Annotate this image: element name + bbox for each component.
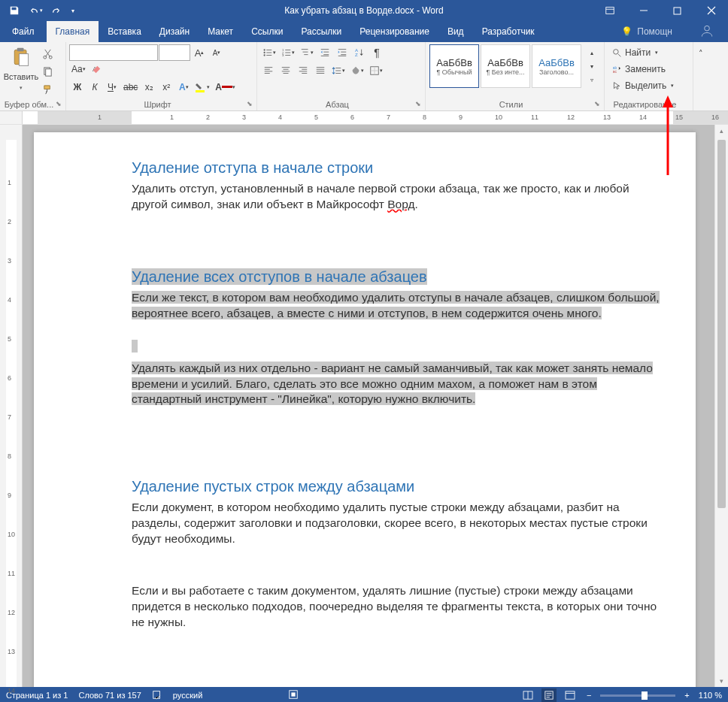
styles-scroll-up[interactable]: ▴ [584, 47, 600, 59]
increase-indent-button[interactable] [334, 44, 350, 61]
tab-review[interactable]: Рецензирование [350, 21, 438, 42]
style-heading1[interactable]: АаБбВв Заголово... [532, 44, 581, 88]
show-marks-button[interactable]: ¶ [369, 44, 385, 61]
sort-button[interactable]: AZ [351, 44, 368, 61]
italic-button[interactable]: К [86, 79, 103, 95]
tab-layout[interactable]: Макет [199, 21, 242, 42]
document-page[interactable]: Удаление отступа в начале строки Удалить… [34, 132, 696, 687]
svg-point-14 [263, 54, 265, 56]
paragraph-2: Если же текст, в котором вам необходимо … [132, 290, 666, 322]
status-page[interactable]: Страница 1 из 1 [6, 691, 68, 700]
redo-button[interactable] [47, 2, 66, 20]
status-proofing-icon[interactable] [152, 689, 162, 701]
tell-me[interactable]: Помощн [637, 26, 672, 37]
vertical-ruler[interactable]: 1234567891011121314 [0, 125, 23, 687]
tab-insert[interactable]: Вставка [99, 21, 150, 42]
line-spacing-button[interactable]: ▾ [329, 62, 347, 79]
collapse-ribbon-button[interactable]: ˄ [693, 45, 709, 62]
grow-font-button[interactable]: A▴ [191, 44, 208, 61]
view-read-mode[interactable] [520, 688, 535, 702]
styles-expand[interactable]: ▿ [584, 74, 600, 86]
tab-mailings[interactable]: Рассылки [292, 21, 350, 42]
zoom-out-button[interactable]: − [584, 691, 594, 700]
font-color-button[interactable]: A▾ [213, 79, 238, 95]
bold-button[interactable]: Ж [69, 79, 86, 95]
underline-button[interactable]: Ч ▾ [104, 79, 120, 95]
horizontal-ruler[interactable]: 112345678910111213141516 [23, 111, 728, 124]
shrink-font-button[interactable]: A▾ [208, 44, 225, 61]
paragraph-3: Удалять каждый из них отдельно - вариант… [132, 361, 666, 408]
scroll-down-arrow[interactable]: ▾ [715, 675, 728, 687]
multilevel-list-button[interactable]: ▾ [298, 44, 316, 61]
tab-developer[interactable]: Разработчик [473, 21, 544, 42]
zoom-in-button[interactable]: + [681, 691, 692, 700]
style-normal[interactable]: АаБбВв ¶ Обычный [429, 44, 479, 88]
svg-rect-0 [605, 8, 614, 14]
minimize-button[interactable] [626, 0, 660, 21]
borders-button[interactable]: ▾ [367, 62, 385, 79]
justify-button[interactable] [312, 62, 329, 79]
svg-text:3: 3 [282, 53, 284, 57]
scroll-thumb[interactable] [717, 140, 726, 508]
tab-file[interactable]: Файл [0, 21, 47, 42]
zoom-slider[interactable] [600, 694, 675, 697]
strike-button[interactable]: abc [121, 79, 140, 95]
clear-formatting-button[interactable]: A [89, 61, 105, 77]
ribbon-options-button[interactable] [593, 0, 626, 21]
align-center-button[interactable] [278, 62, 294, 79]
text-effects-button[interactable]: A▾ [175, 79, 192, 95]
styles-group-label: Стили [426, 100, 604, 109]
align-right-button[interactable] [295, 62, 311, 79]
maximize-button[interactable] [660, 0, 694, 21]
view-web-layout[interactable] [563, 688, 578, 702]
qat-customize[interactable]: ▾ [68, 2, 78, 20]
find-button[interactable]: Найти ▾ [611, 45, 687, 60]
align-left-button[interactable] [260, 62, 277, 79]
format-painter-button[interactable] [39, 81, 56, 98]
zoom-level[interactable]: 110 % [699, 691, 722, 700]
tab-home[interactable]: Главная [47, 21, 99, 42]
font-size-combo[interactable] [159, 44, 190, 61]
paragraph-dialog-launcher[interactable]: ⬊ [414, 99, 423, 108]
font-name-combo[interactable] [69, 44, 158, 61]
paste-button[interactable]: Вставить ▾ [3, 44, 39, 93]
copy-button[interactable] [39, 63, 56, 80]
tab-view[interactable]: Вид [438, 21, 473, 42]
style-no-spacing[interactable]: АаБбВв ¶ Без инте... [481, 44, 530, 88]
undo-button[interactable]: ▾ [26, 2, 45, 20]
shading-button[interactable]: ▾ [348, 62, 366, 79]
scroll-up-arrow[interactable]: ▴ [715, 125, 728, 137]
select-button[interactable]: Выделить ▾ [611, 78, 687, 93]
svg-point-21 [614, 49, 619, 54]
cut-button[interactable] [39, 45, 56, 62]
svg-rect-28 [292, 692, 296, 696]
svg-text:Z: Z [355, 52, 358, 57]
svg-point-12 [263, 49, 265, 50]
save-button[interactable] [5, 2, 24, 20]
clipboard-dialog-launcher[interactable]: ⬊ [54, 99, 63, 108]
highlight-button[interactable]: ▾ [193, 79, 212, 95]
tab-references[interactable]: Ссылки [242, 21, 292, 42]
heading-1: Удаление отступа в начале строки [132, 159, 666, 177]
styles-scroll-down[interactable]: ▾ [584, 60, 600, 72]
numbering-button[interactable]: 123▾ [279, 44, 297, 61]
window-title: Как убрать абзац в Ворде.docx - Word [284, 5, 443, 16]
status-language[interactable]: русский [173, 691, 202, 700]
change-case-button[interactable]: Aa ▾ [69, 61, 88, 77]
svg-text:ab: ab [613, 65, 617, 69]
vertical-scrollbar[interactable]: ▴ ▾ [714, 125, 728, 687]
status-macro-icon[interactable] [288, 689, 299, 701]
replace-button[interactable]: abac Заменить [611, 62, 687, 77]
account-icon[interactable] [699, 23, 714, 41]
view-print-layout[interactable] [541, 688, 557, 702]
tab-design[interactable]: Дизайн [150, 21, 199, 42]
close-button[interactable] [694, 0, 728, 21]
bullets-button[interactable]: ▾ [260, 44, 278, 61]
paragraph-4: Если документ, в котором необходимо удал… [132, 500, 666, 547]
styles-dialog-launcher[interactable]: ⬊ [593, 99, 602, 108]
subscript-button[interactable]: x₂ [141, 79, 157, 95]
superscript-button[interactable]: x² [158, 79, 174, 95]
status-words[interactable]: Слово 71 из 157 [78, 691, 141, 700]
decrease-indent-button[interactable] [317, 44, 333, 61]
font-dialog-launcher[interactable]: ⬊ [245, 99, 254, 108]
